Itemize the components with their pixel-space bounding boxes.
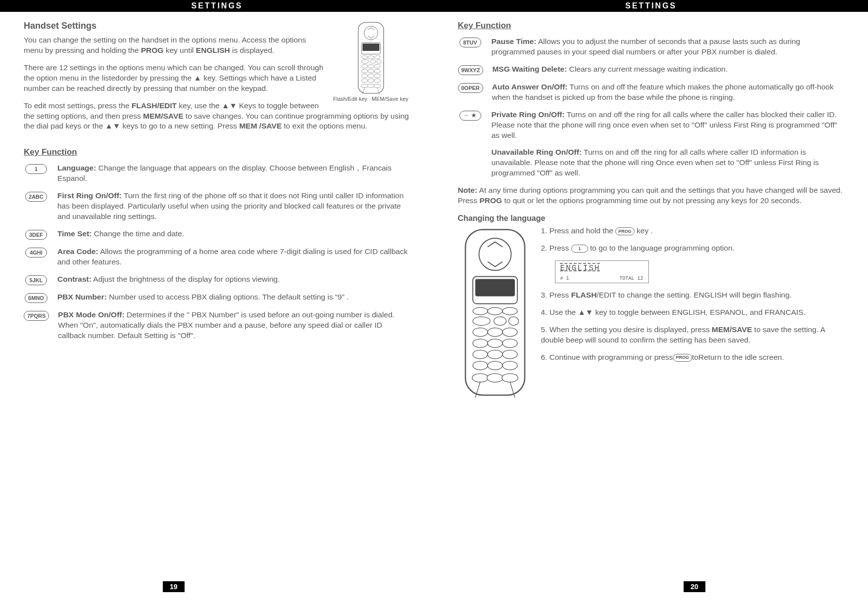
keypad-4-icon: 4GHI	[25, 248, 47, 258]
intro-paragraph-3: To edit most settings, press the FLASH/E…	[24, 101, 411, 132]
key-item-8: 8TUV Pause Time: Allows you to adjust th…	[458, 37, 845, 57]
step-5: 5. When the setting you desire is displa…	[541, 325, 845, 345]
keypad-5-icon: 5JKL	[25, 275, 47, 285]
keypad-1-icon: 1	[25, 164, 47, 174]
key-item-6: 6MNO PBX Number: Number used to access P…	[24, 292, 411, 303]
keypad-8-icon: 8TUV	[459, 38, 481, 47]
prog-key-icon: PROG	[615, 227, 635, 235]
flash-edit-key-label: Flash/Edit key	[333, 96, 367, 102]
note-paragraph: Note: At any time during options program…	[458, 185, 845, 206]
key-item-9: 9WXYZ MSG Waiting Delete: Clears any cur…	[458, 64, 845, 75]
step-1: 1. Press and hold the PROG key .	[541, 226, 845, 236]
language-steps: 1. Press and hold the PROG key . 2. Pres…	[541, 226, 845, 369]
key-item-5: 5JKL Contrast: Adjust the brightness of …	[24, 274, 411, 285]
key-item-3: 3DEF Time Set: Change the time and date.	[24, 229, 411, 240]
page-number-20: 20	[684, 581, 705, 592]
key-function-list-left: 1 Language: Change the language that app…	[24, 163, 411, 341]
key-function-list-right: 8TUV Pause Time: Allows you to adjust th…	[458, 37, 845, 178]
step-4: 4. Use the ▲▼ key to toggle between ENGL…	[541, 307, 845, 318]
page-19: SETTINGS Flash/Edit key MEM/Save key Han…	[0, 0, 434, 602]
step-3: 3. Press FLASH/EDIT to change the settin…	[541, 290, 845, 301]
keypad-6-icon: 6MNO	[25, 293, 47, 303]
key-item-1: 1 Language: Change the language that app…	[24, 163, 411, 184]
keypad-0-icon: 0OPER	[458, 83, 483, 93]
page-number-19: 19	[163, 581, 184, 592]
changing-language-heading: Changing the language	[458, 214, 845, 223]
step-2: 2. Press 1 to go to the language program…	[541, 243, 845, 254]
keypad-9-icon: 9WXYZ	[458, 65, 484, 75]
key-item-unavail: Unavailable Ring On/Off: Turns on and of…	[458, 147, 845, 178]
header-bar-right: SETTINGS	[434, 0, 868, 12]
key-function-heading-right: Key Function	[458, 21, 845, 31]
key-item-0: 0OPER Auto Answer On/Off: Turns on and o…	[458, 82, 845, 103]
page-20: SETTINGS Key Function 8TUV Pause Time: A…	[434, 0, 868, 602]
key-item-2: 2ABC First Ring On/Off: Turn the first r…	[24, 191, 411, 222]
keypad-1-inline-icon: 1	[571, 245, 588, 253]
key-item-7: 7PQRS PBX Mode On/Off: Determines if the…	[24, 310, 411, 341]
header-bar-left: SETTINGS	[0, 0, 434, 12]
keypad-3-icon: 3DEF	[25, 230, 47, 240]
prog-key-icon-2: PROG	[673, 354, 692, 362]
key-item-4: 4GHI Area Code: Allows the programming o…	[24, 247, 411, 267]
handset-illustration-left: Flash/Edit key MEM/Save key	[331, 21, 411, 102]
manual-spread: SETTINGS Flash/Edit key MEM/Save key Han…	[0, 0, 868, 602]
keypad-2-icon: 2ABC	[25, 192, 47, 202]
step-6: 6. Continue with programming or pressPRO…	[541, 352, 845, 363]
keypad-7-icon: 7PQRS	[24, 311, 49, 321]
key-function-heading-left: Key Function	[24, 147, 411, 157]
handset-display-mock: ENGLISH # 1TOTAL 12	[555, 260, 649, 283]
keypad-star-icon: ← ★	[459, 111, 481, 121]
mem-save-key-label: MEM/Save key	[372, 96, 409, 102]
key-item-star: ← ★ Private Ring On/Off: Turns on and of…	[458, 110, 845, 141]
handset-illustration-right	[458, 226, 532, 401]
